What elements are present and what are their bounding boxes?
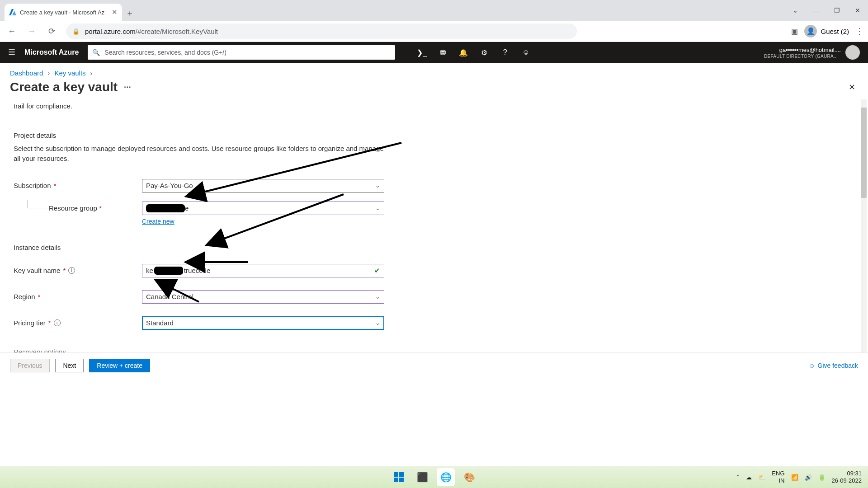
required-mark: * bbox=[63, 267, 66, 274]
lock-icon: 🔒 bbox=[72, 28, 80, 35]
resource-group-select[interactable]: e ⌄ bbox=[142, 202, 384, 215]
intro-text: trail for compliance. bbox=[14, 99, 854, 110]
kebab-icon[interactable]: ⋮ bbox=[855, 26, 863, 36]
breadcrumb-dashboard[interactable]: Dashboard bbox=[10, 69, 43, 77]
give-feedback-link[interactable]: ☺ Give feedback bbox=[808, 362, 858, 369]
paint-icon[interactable]: 🎨 bbox=[460, 468, 478, 486]
redacted-text bbox=[154, 267, 183, 275]
svg-rect-8 bbox=[394, 478, 398, 482]
avatar bbox=[845, 45, 860, 60]
feedback-icon[interactable]: ☺ bbox=[516, 42, 535, 63]
region-label: Region bbox=[14, 293, 35, 300]
global-search[interactable]: 🔍 Search resources, services, and docs (… bbox=[88, 45, 395, 60]
pricing-tier-value: Standard bbox=[146, 319, 174, 327]
next-button[interactable]: Next bbox=[55, 359, 84, 372]
chevron-down-icon: ⌄ bbox=[375, 205, 380, 211]
clock-date: 26-09-2022 bbox=[832, 477, 862, 484]
browser-tab[interactable]: Create a key vault - Microsoft Az ✕ bbox=[5, 4, 122, 21]
url-text: portal.azure.com/#create/Microsoft.KeyVa… bbox=[85, 28, 218, 35]
recovery-options-heading: Recovery options bbox=[14, 348, 854, 353]
notifications-icon[interactable]: 🔔 bbox=[454, 42, 473, 63]
feedback-label: Give feedback bbox=[818, 362, 859, 369]
pricing-tier-field: Pricing tier * i Standard ⌄ bbox=[14, 316, 854, 330]
keyvault-name-field: Key vault name * i ketruecode ✔ bbox=[14, 264, 854, 277]
browser-toolbar: ← → ⟳ 🔒 portal.azure.com/#create/Microso… bbox=[0, 21, 868, 42]
project-details-heading: Project details bbox=[14, 131, 854, 139]
side-panel-icon[interactable]: ▣ bbox=[791, 27, 798, 36]
form-scroll-area: trail for compliance. Project details Se… bbox=[0, 99, 868, 352]
more-icon[interactable]: ··· bbox=[124, 83, 131, 91]
required-mark: * bbox=[38, 293, 41, 300]
redacted-text bbox=[146, 204, 185, 212]
tree-connector bbox=[27, 200, 49, 208]
account-email: ga▪▪▪▪▪▪mes@hotmail.... bbox=[764, 47, 841, 53]
checkmark-icon: ✔ bbox=[374, 267, 380, 275]
tab-title: Create a key vault - Microsoft Az bbox=[20, 9, 104, 16]
resource-group-value-tail: e bbox=[185, 204, 189, 212]
tray-chevron-icon[interactable]: ˄ bbox=[736, 474, 740, 481]
close-blade-icon[interactable]: ✕ bbox=[846, 80, 858, 95]
reload-icon[interactable]: ⟳ bbox=[44, 24, 59, 38]
search-icon: 🔍 bbox=[92, 49, 100, 56]
svg-rect-9 bbox=[399, 478, 404, 482]
taskview-icon[interactable]: ⬛ bbox=[413, 468, 431, 486]
settings-icon[interactable]: ⚙ bbox=[475, 42, 494, 63]
start-icon[interactable] bbox=[390, 468, 408, 486]
info-icon[interactable]: i bbox=[54, 319, 61, 326]
lang-primary: ENG bbox=[772, 470, 784, 477]
chrome-icon[interactable]: 🌐 bbox=[437, 468, 455, 486]
profile-button[interactable]: 👤 Guest (2) bbox=[804, 25, 849, 38]
chevron-down-icon: ⌄ bbox=[375, 182, 380, 189]
clock-time: 09:31 bbox=[847, 470, 862, 477]
review-create-button[interactable]: Review + create bbox=[89, 359, 150, 372]
account-menu[interactable]: ga▪▪▪▪▪▪mes@hotmail.... DEFAULT DIRECTOR… bbox=[764, 45, 860, 60]
weather-icon[interactable]: ⛅ bbox=[758, 474, 765, 481]
feedback-icon: ☺ bbox=[808, 362, 815, 369]
region-value: Canada Central bbox=[146, 293, 193, 300]
required-mark: * bbox=[48, 319, 51, 327]
chevron-down-icon: ⌄ bbox=[375, 319, 380, 326]
back-icon[interactable]: ← bbox=[5, 24, 19, 38]
pricing-tier-label: Pricing tier bbox=[14, 319, 46, 327]
keyvault-name-input[interactable]: ketruecode ✔ bbox=[142, 264, 384, 277]
svg-rect-6 bbox=[394, 472, 398, 477]
windows-taskbar: ⬛ 🌐 🎨 ˄ ☁ ⛅ ENG IN 📶 🔊 🔋 09:31 26-09-202… bbox=[0, 466, 868, 488]
breadcrumb-keyvaults[interactable]: Key vaults bbox=[54, 69, 85, 77]
brand-label[interactable]: Microsoft Azure bbox=[24, 48, 79, 56]
maximize-icon[interactable]: ❐ bbox=[826, 0, 847, 21]
required-mark: * bbox=[54, 182, 57, 189]
profile-label: Guest (2) bbox=[821, 28, 849, 35]
cloud-shell-icon[interactable]: ❯_ bbox=[412, 42, 431, 63]
window-close-icon[interactable]: ✕ bbox=[847, 0, 868, 21]
scrollbar-thumb[interactable] bbox=[861, 108, 867, 198]
chevron-down-icon: ⌄ bbox=[375, 293, 380, 300]
battery-icon[interactable]: 🔋 bbox=[818, 474, 826, 481]
tab-search-icon[interactable]: ⌄ bbox=[785, 0, 806, 21]
help-icon[interactable]: ? bbox=[495, 42, 514, 63]
clock[interactable]: 09:31 26-09-2022 bbox=[832, 470, 862, 484]
minimize-icon[interactable]: ― bbox=[806, 0, 826, 21]
menu-icon[interactable]: ☰ bbox=[8, 47, 15, 57]
azure-icon bbox=[9, 9, 16, 16]
address-bar[interactable]: 🔒 portal.azure.com/#create/Microsoft.Key… bbox=[66, 23, 577, 39]
new-tab-button[interactable]: ＋ bbox=[122, 5, 137, 21]
name-prefix: ke bbox=[146, 267, 153, 274]
subscription-field: Subscription * Pay-As-You-Go ⌄ bbox=[14, 179, 854, 192]
subscription-value: Pay-As-You-Go bbox=[146, 182, 193, 189]
region-select[interactable]: Canada Central ⌄ bbox=[142, 290, 384, 304]
wifi-icon[interactable]: 📶 bbox=[791, 474, 798, 481]
language-indicator[interactable]: ENG IN bbox=[772, 470, 784, 484]
wizard-footer: Previous Next Review + create ☺ Give fee… bbox=[0, 352, 868, 378]
volume-icon[interactable]: 🔊 bbox=[805, 474, 812, 481]
onedrive-icon[interactable]: ☁ bbox=[746, 474, 752, 481]
browser-tabstrip: Create a key vault - Microsoft Az ✕ ＋ ⌄ … bbox=[0, 0, 868, 21]
azure-topbar: ☰ Microsoft Azure 🔍 Search resources, se… bbox=[0, 42, 868, 63]
create-new-link[interactable]: Create new bbox=[142, 218, 175, 225]
pricing-tier-select[interactable]: Standard ⌄ bbox=[142, 316, 384, 330]
directory-filter-icon[interactable]: ⛃ bbox=[433, 42, 452, 63]
svg-rect-7 bbox=[399, 472, 404, 477]
info-icon[interactable]: i bbox=[68, 267, 75, 274]
close-icon[interactable]: ✕ bbox=[112, 8, 118, 16]
subscription-select[interactable]: Pay-As-You-Go ⌄ bbox=[142, 179, 384, 192]
required-mark: * bbox=[99, 204, 102, 212]
